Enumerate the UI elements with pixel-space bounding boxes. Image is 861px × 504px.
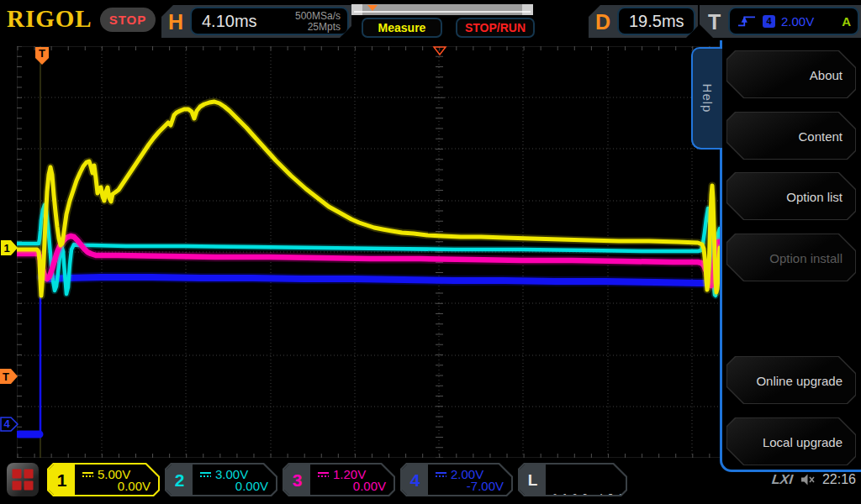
ch1-trace [17, 102, 720, 296]
channel-3-box[interactable]: 3 1.20V 0.00V [283, 463, 395, 496]
channel-4-box[interactable]: 4 2.00V -7.00V [400, 463, 513, 496]
channel-4-offset: -7.00V [467, 479, 504, 493]
main-menu-button[interactable] [7, 463, 39, 496]
channel-2-number: 2 [166, 465, 193, 495]
help-menu-tab[interactable]: Help [691, 47, 722, 150]
measure-button[interactable]: Measure [362, 18, 442, 38]
memory-depth: 25Mpts [295, 22, 341, 33]
run-state-badge[interactable]: STOP [100, 8, 156, 32]
menu-button-option-install: Option install [726, 234, 856, 281]
logic-analyzer-box[interactable]: L 0 1 2 3 4 5 6 7 8 9 1011 12131415 [518, 463, 627, 496]
timebase-value: 4.10ms [202, 12, 257, 31]
clock: 22:16 [822, 472, 856, 487]
trigger-edge-icon [737, 13, 757, 29]
timebase-box: 4.10ms 500MSa/s 25Mpts [190, 7, 349, 35]
trigger-source-badge: 4 [763, 15, 775, 28]
svg-text:T: T [39, 47, 45, 60]
channel-2-offset: 0.00V [235, 479, 268, 493]
svg-text:1: 1 [3, 242, 9, 255]
dc-coupling-icon [436, 472, 446, 477]
menu-grid-icon [13, 470, 34, 491]
menu-button-local-upgrade[interactable]: Local upgrade [726, 417, 856, 465]
menu-button-about[interactable]: About [726, 50, 856, 98]
channel-3-offset: 0.00V [353, 479, 386, 493]
delay-label: D [595, 9, 610, 34]
trigger-mode: A [842, 14, 851, 29]
svg-text:T: T [3, 370, 9, 383]
trigger-label: T [708, 9, 721, 34]
menu-button-option-list[interactable]: Option list [726, 172, 856, 220]
channel-1-offset: 0.00V [118, 479, 151, 493]
svg-text:4: 4 [3, 417, 10, 430]
menu-button-online-upgrade[interactable]: Online upgrade [726, 356, 856, 404]
lxi-indicator: LXI [771, 472, 794, 487]
dc-coupling-icon [318, 472, 329, 477]
channel-2-box[interactable]: 2 3.00V 0.00V [165, 463, 277, 496]
dc-coupling-icon [200, 472, 211, 477]
dc-coupling-icon [82, 472, 93, 477]
help-menu-tab-label: Help [700, 84, 715, 113]
trigger-block[interactable]: T 4 2.00V A [700, 5, 861, 38]
channel-1-box[interactable]: 1 5.00V 0.00V [47, 463, 160, 496]
trigger-box: 4 2.00V A [728, 7, 859, 35]
speaker-muted-icon[interactable] [800, 473, 816, 486]
channel-1-number: 1 [49, 465, 75, 495]
delay-block[interactable]: D 19.5ms [589, 5, 698, 38]
menu-button-content[interactable]: Content [726, 112, 856, 160]
channel-4-number: 4 [402, 465, 428, 495]
stop-run-button[interactable]: STOP/RUN [456, 18, 535, 38]
oscilloscope-screen: T1T4 RIGOL STOP H 4.10ms 500MSa/s 25Mpts… [0, 0, 861, 504]
rigol-logo: RIGOL [7, 5, 92, 33]
delay-value: 19.5ms [629, 12, 684, 31]
top-bar: RIGOL STOP H 4.10ms 500MSa/s 25Mpts Meas… [0, 0, 861, 40]
trigger-level-value: 2.00V [781, 14, 814, 29]
channel-3-number: 3 [284, 465, 310, 495]
status-row: LXI 22:16 [772, 472, 856, 487]
logic-analyzer-label: L [520, 465, 546, 495]
logic-channel-list: 0 1 2 3 4 5 6 7 8 9 1011 12131415 [552, 469, 638, 504]
delay-box: 19.5ms [617, 7, 695, 35]
help-menu-panel: Help About Content Option list Option in… [720, 40, 861, 472]
memory-position-bar[interactable] [351, 3, 536, 17]
acquisition-info: 500MSa/s 25Mpts [295, 11, 341, 33]
horizontal-label: H [168, 9, 183, 34]
horizontal-block[interactable]: H 4.10ms 500MSa/s 25Mpts [161, 5, 351, 38]
